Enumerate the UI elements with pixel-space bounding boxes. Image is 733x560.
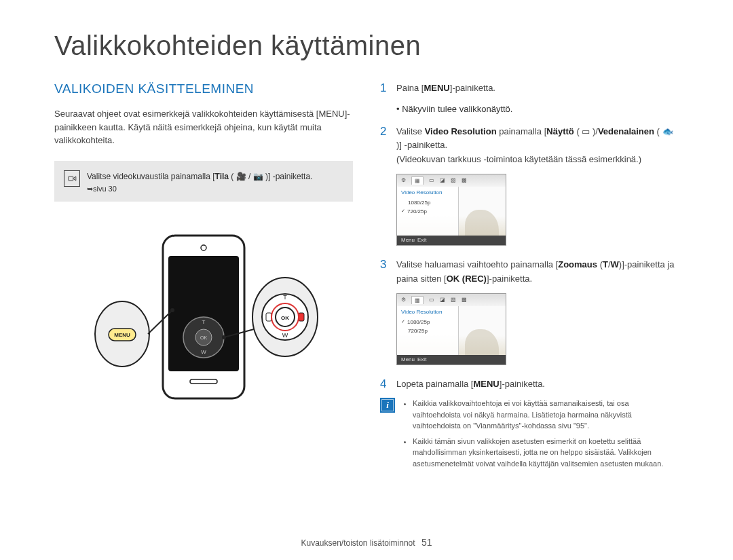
step-1: 1 Paina [MENU]-painiketta. [380,81,679,96]
menu-item: 1080/25p [397,198,458,207]
menu-item: 720/25p [397,326,458,335]
svg-point-15 [170,308,174,312]
svg-text:W: W [282,332,288,339]
svg-text:T: T [202,319,206,325]
tab-icon: ▭ [429,177,434,183]
video-mode-icon [64,170,80,187]
settings-gear-icon: ⚙ [401,297,406,303]
step-4: 4 Lopeta painamalla [MENU]-painiketta. [380,377,679,392]
step-number: 4 [380,377,390,392]
footer-section: Kuvauksen/toiston lisätoiminnot [301,538,415,548]
note-item: Kaikki tämän sivun valikkojen asetusten … [413,436,679,470]
tab-video-icon: ▦ [411,176,424,185]
intro-paragraph: Seuraavat ohjeet ovat esimerkkejä valikk… [54,107,353,147]
step-number: 3 [380,258,390,286]
svg-point-25 [222,335,226,339]
footer: Kuvauksen/toiston lisätoiminnot 51 [0,537,733,548]
tab-icon: ▩ [462,177,467,183]
screen-mock-2: ⚙ ▦ ▭ ◪ ▧ ▩ Video Resolution 1080/25p 72… [396,293,506,365]
exit-label: Exit [417,237,426,243]
menu-header: Video Resolution [397,307,458,318]
tab-icon: ◪ [440,177,445,183]
step-number: 1 [380,81,390,96]
page-ref: ➥sivu 30 [87,185,117,193]
note-item: Kaikkia valikkovaihtoehtoja ei voi käytt… [413,398,679,432]
callout-text: Valitse videokuvaustila painamalla [Tila… [87,170,312,195]
step-2: 2 Valitse Video Resolution painamalla [N… [380,125,679,167]
tab-icon: ▧ [451,297,456,303]
svg-marker-1 [74,176,76,181]
tab-icon: ▭ [429,297,434,303]
page-number: 51 [421,537,432,548]
menu-item-selected: 720/25p [397,207,458,216]
page-title: Valikkokohteiden käyttäminen [54,31,679,61]
svg-text:OK: OK [200,335,207,340]
callout-box: Valitse videokuvaustila painamalla [Tila… [54,161,353,202]
svg-text:OK: OK [281,315,289,321]
exit-label: Exit [417,356,426,362]
settings-gear-icon: ⚙ [401,177,406,183]
menu-item-selected: 1080/25p [397,318,458,326]
step-number: 2 [380,125,390,167]
tab-icon: ▧ [451,177,456,183]
svg-rect-0 [69,176,73,181]
step-1-sub: • Näkyviin tulee valikkonäyttö. [396,102,679,117]
svg-text:MENU: MENU [114,332,130,338]
menu-tag: Menu [401,237,415,243]
step-3: 3 Valitse haluamasi vaihtoehto painamall… [380,258,679,286]
tab-icon: ◪ [440,297,445,303]
tab-icon: ▩ [462,297,467,303]
tab-video-icon: ▦ [411,296,424,304]
menu-tag: Menu [401,356,415,362]
note-icon: i [380,398,395,413]
section-heading: VALIKOIDEN KÄSITTELEMINEN [54,81,353,96]
menu-header: Video Resolution [397,188,458,198]
svg-text:T: T [283,294,287,301]
svg-rect-22 [299,313,304,321]
note-box: i Kaikkia valikkovaihtoehtoja ei voi käy… [380,398,679,473]
svg-text:W: W [201,349,206,355]
screen-mock-1: ⚙ ▦ ▭ ◪ ▧ ▩ Video Resolution 1080/25p 72… [396,174,506,246]
svg-rect-23 [266,313,271,321]
device-illustration: T W OK MENU [54,229,353,405]
